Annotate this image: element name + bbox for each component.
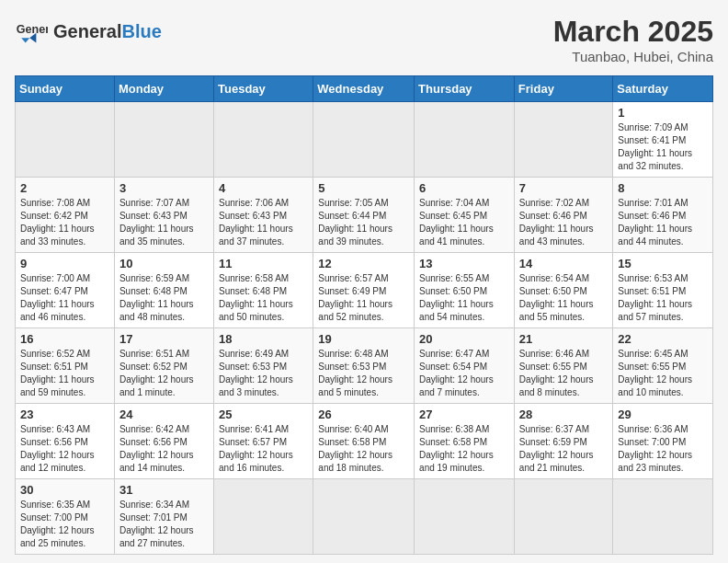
calendar-cell: 11Sunrise: 6:58 AM Sunset: 6:48 PM Dayli… (214, 253, 313, 328)
logo: General GeneralBlue (15, 15, 162, 48)
calendar-cell (514, 102, 613, 178)
day-info: Sunrise: 6:52 AM Sunset: 6:51 PM Dayligh… (20, 348, 109, 399)
day-number: 24 (119, 408, 209, 421)
day-number: 17 (119, 332, 209, 346)
day-number: 15 (618, 257, 708, 270)
day-info: Sunrise: 6:46 AM Sunset: 6:55 PM Dayligh… (519, 348, 609, 399)
weekday-header-wednesday: Wednesday (313, 76, 415, 102)
day-info: Sunrise: 6:49 AM Sunset: 6:53 PM Dayligh… (219, 348, 308, 399)
calendar-cell (114, 102, 213, 178)
calendar-cell: 4Sunrise: 7:06 AM Sunset: 6:43 PM Daylig… (214, 178, 313, 253)
day-number: 19 (318, 332, 409, 346)
day-number: 29 (618, 408, 708, 421)
calendar-cell: 31Sunrise: 6:34 AM Sunset: 7:01 PM Dayli… (114, 479, 213, 555)
calendar-cell (514, 479, 613, 555)
day-number: 11 (219, 257, 308, 270)
weekday-header-sunday: Sunday (16, 76, 115, 102)
calendar-cell (313, 102, 415, 178)
calendar-week-5: 23Sunrise: 6:43 AM Sunset: 6:56 PM Dayli… (16, 404, 713, 479)
day-number: 2 (20, 181, 109, 195)
day-number: 31 (119, 483, 209, 497)
day-number: 23 (20, 408, 109, 421)
day-info: Sunrise: 7:06 AM Sunset: 6:43 PM Dayligh… (219, 197, 308, 248)
day-number: 12 (318, 257, 409, 270)
day-number: 25 (219, 408, 308, 421)
day-number: 1 (618, 106, 708, 120)
day-number: 30 (20, 483, 109, 497)
day-number: 27 (419, 408, 509, 421)
day-info: Sunrise: 6:34 AM Sunset: 7:01 PM Dayligh… (119, 499, 209, 550)
calendar-week-1: 1Sunrise: 7:09 AM Sunset: 6:41 PM Daylig… (16, 102, 713, 178)
day-info: Sunrise: 6:42 AM Sunset: 6:56 PM Dayligh… (119, 423, 209, 475)
calendar-cell (16, 102, 115, 178)
day-number: 21 (519, 332, 609, 346)
calendar-week-6: 30Sunrise: 6:35 AM Sunset: 7:00 PM Dayli… (16, 479, 713, 555)
page-header: General GeneralBlue March 2025 Tuanbao, … (15, 15, 713, 64)
calendar-cell: 23Sunrise: 6:43 AM Sunset: 6:56 PM Dayli… (16, 404, 115, 479)
logo-icon: General (15, 15, 48, 48)
weekday-header-monday: Monday (114, 76, 213, 102)
weekday-header-thursday: Thursday (415, 76, 515, 102)
location-subtitle: Tuanbao, Hubei, China (553, 49, 713, 64)
day-info: Sunrise: 6:43 AM Sunset: 6:56 PM Dayligh… (20, 423, 109, 475)
calendar-cell: 9Sunrise: 7:00 AM Sunset: 6:47 PM Daylig… (16, 253, 115, 328)
weekday-header-friday: Friday (514, 76, 613, 102)
day-info: Sunrise: 7:02 AM Sunset: 6:46 PM Dayligh… (519, 197, 609, 248)
calendar-cell: 18Sunrise: 6:49 AM Sunset: 6:53 PM Dayli… (214, 328, 313, 404)
calendar-cell: 12Sunrise: 6:57 AM Sunset: 6:49 PM Dayli… (313, 253, 415, 328)
calendar-week-3: 9Sunrise: 7:00 AM Sunset: 6:47 PM Daylig… (16, 253, 713, 328)
calendar-cell: 14Sunrise: 6:54 AM Sunset: 6:50 PM Dayli… (514, 253, 613, 328)
calendar-cell: 13Sunrise: 6:55 AM Sunset: 6:50 PM Dayli… (415, 253, 515, 328)
calendar-cell (313, 479, 415, 555)
calendar-cell: 1Sunrise: 7:09 AM Sunset: 6:41 PM Daylig… (613, 102, 713, 178)
logo-blue: Blue (121, 21, 161, 41)
day-number: 18 (219, 332, 308, 346)
calendar-cell: 26Sunrise: 6:40 AM Sunset: 6:58 PM Dayli… (313, 404, 415, 479)
logo-wordmark: GeneralBlue (53, 21, 162, 42)
calendar-cell: 27Sunrise: 6:38 AM Sunset: 6:58 PM Dayli… (415, 404, 515, 479)
day-number: 20 (419, 332, 509, 346)
day-number: 14 (519, 257, 609, 270)
calendar-cell: 15Sunrise: 6:53 AM Sunset: 6:51 PM Dayli… (613, 253, 713, 328)
day-info: Sunrise: 6:55 AM Sunset: 6:50 PM Dayligh… (419, 272, 509, 324)
calendar-cell: 5Sunrise: 7:05 AM Sunset: 6:44 PM Daylig… (313, 178, 415, 253)
calendar-cell (415, 479, 515, 555)
weekday-header-saturday: Saturday (613, 76, 713, 102)
weekday-header-row: SundayMondayTuesdayWednesdayThursdayFrid… (16, 76, 713, 102)
day-info: Sunrise: 6:37 AM Sunset: 6:59 PM Dayligh… (519, 423, 609, 475)
calendar-cell: 20Sunrise: 6:47 AM Sunset: 6:54 PM Dayli… (415, 328, 515, 404)
calendar-cell (214, 479, 313, 555)
day-info: Sunrise: 6:58 AM Sunset: 6:48 PM Dayligh… (219, 272, 308, 324)
calendar-cell (214, 102, 313, 178)
day-info: Sunrise: 7:01 AM Sunset: 6:46 PM Dayligh… (618, 197, 708, 248)
day-info: Sunrise: 7:08 AM Sunset: 6:42 PM Dayligh… (20, 197, 109, 248)
day-info: Sunrise: 6:59 AM Sunset: 6:48 PM Dayligh… (119, 272, 209, 324)
day-number: 22 (618, 332, 708, 346)
day-info: Sunrise: 6:47 AM Sunset: 6:54 PM Dayligh… (419, 348, 509, 399)
day-info: Sunrise: 6:53 AM Sunset: 6:51 PM Dayligh… (618, 272, 708, 324)
calendar-cell: 24Sunrise: 6:42 AM Sunset: 6:56 PM Dayli… (114, 404, 213, 479)
calendar-cell: 21Sunrise: 6:46 AM Sunset: 6:55 PM Dayli… (514, 328, 613, 404)
day-number: 26 (318, 408, 409, 421)
svg-marker-1 (21, 38, 29, 42)
calendar-cell (613, 479, 713, 555)
day-number: 3 (119, 181, 209, 195)
calendar-cell: 28Sunrise: 6:37 AM Sunset: 6:59 PM Dayli… (514, 404, 613, 479)
calendar-week-2: 2Sunrise: 7:08 AM Sunset: 6:42 PM Daylig… (16, 178, 713, 253)
calendar-cell: 22Sunrise: 6:45 AM Sunset: 6:55 PM Dayli… (613, 328, 713, 404)
calendar-week-4: 16Sunrise: 6:52 AM Sunset: 6:51 PM Dayli… (16, 328, 713, 404)
day-info: Sunrise: 7:07 AM Sunset: 6:43 PM Dayligh… (119, 197, 209, 248)
day-number: 4 (219, 181, 308, 195)
title-block: March 2025 Tuanbao, Hubei, China (553, 15, 713, 64)
day-info: Sunrise: 6:57 AM Sunset: 6:49 PM Dayligh… (318, 272, 409, 324)
calendar-cell (415, 102, 515, 178)
day-info: Sunrise: 7:04 AM Sunset: 6:45 PM Dayligh… (419, 197, 509, 248)
day-info: Sunrise: 6:35 AM Sunset: 7:00 PM Dayligh… (20, 499, 109, 550)
calendar-cell: 2Sunrise: 7:08 AM Sunset: 6:42 PM Daylig… (16, 178, 115, 253)
calendar-cell: 25Sunrise: 6:41 AM Sunset: 6:57 PM Dayli… (214, 404, 313, 479)
month-title: March 2025 (553, 15, 713, 49)
calendar-cell: 30Sunrise: 6:35 AM Sunset: 7:00 PM Dayli… (16, 479, 115, 555)
calendar-cell: 10Sunrise: 6:59 AM Sunset: 6:48 PM Dayli… (114, 253, 213, 328)
day-number: 5 (318, 181, 409, 195)
calendar-cell: 3Sunrise: 7:07 AM Sunset: 6:43 PM Daylig… (114, 178, 213, 253)
